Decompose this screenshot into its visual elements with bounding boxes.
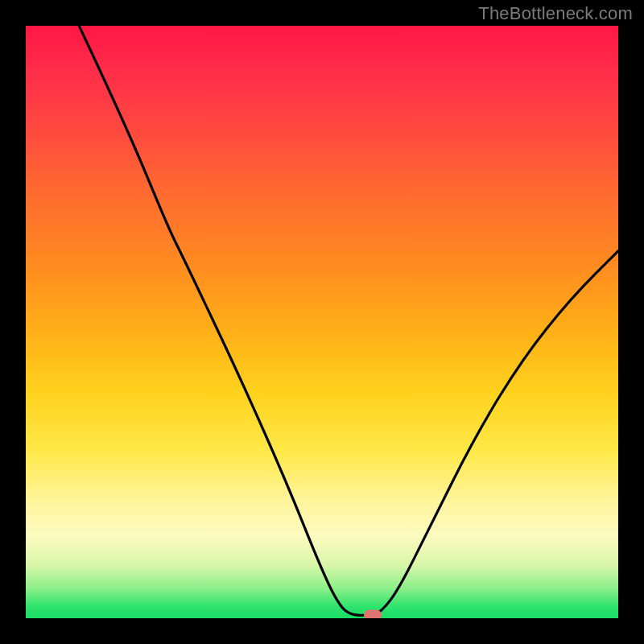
watermark-text: TheBottleneck.com: [478, 3, 633, 24]
bottleneck-curve: [26, 26, 618, 618]
plot-area: [26, 26, 618, 618]
chart-frame: TheBottleneck.com: [0, 0, 644, 644]
optimal-point-marker: [364, 610, 382, 618]
